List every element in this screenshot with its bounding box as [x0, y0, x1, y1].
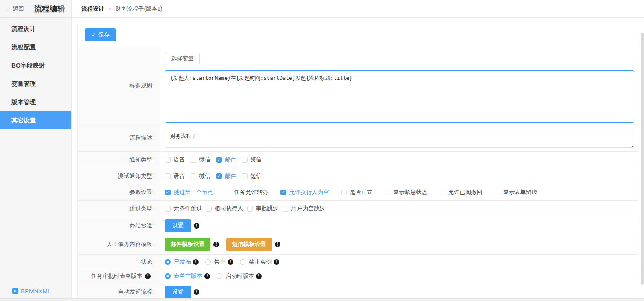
info-badge: !: [194, 223, 199, 229]
save-button[interactable]: ✓ 保存: [85, 28, 116, 41]
checkbox-option[interactable]: 语音: [165, 156, 185, 164]
sidebar-item-变量管理[interactable]: 变量管理: [0, 74, 71, 93]
checkbox-icon[interactable]: [206, 206, 212, 212]
checkbox-icon[interactable]: [165, 173, 171, 179]
checkbox-option[interactable]: ✓允许执行人为空: [280, 189, 329, 196]
checkbox-label: 语音: [173, 156, 185, 164]
checkbox-option[interactable]: 相同执行人: [206, 205, 243, 212]
info-badge: !: [194, 289, 199, 295]
checkbox-icon[interactable]: [165, 157, 171, 163]
checkbox-option[interactable]: 显示紧急状态: [385, 189, 427, 196]
title-rule-textarea[interactable]: {发起人:startorName}在{发起时间:startDate}发起{流程标…: [165, 70, 634, 123]
back-arrow-icon: ←: [5, 6, 11, 12]
checkbox-icon[interactable]: ✓: [165, 190, 171, 195]
checkbox-icon[interactable]: [440, 190, 445, 195]
checkbox-option[interactable]: 用户为空跳过: [283, 205, 325, 212]
status-label: 状态:: [141, 258, 154, 266]
checkbox-option[interactable]: ✓跳过第一个节点: [165, 189, 213, 196]
checkbox-option[interactable]: 允许已阅撤回: [440, 189, 482, 196]
radio-option[interactable]: 已发布!: [165, 258, 199, 266]
radio-option[interactable]: 禁止实例!: [240, 258, 279, 266]
checkbox-icon[interactable]: ✓: [216, 173, 222, 179]
radio-icon[interactable]: [165, 259, 171, 265]
checkbox-icon[interactable]: [341, 190, 347, 195]
checkbox-option[interactable]: ✓邮件: [216, 156, 236, 164]
checkbox-option[interactable]: ✓邮件: [216, 172, 236, 180]
sidebar-item-版本管理[interactable]: 版本管理: [0, 93, 71, 111]
breadcrumb-current: 财务流程子(版本1): [116, 5, 162, 13]
checkbox-icon[interactable]: [226, 190, 231, 195]
radio-label: 已发布: [174, 258, 191, 266]
field-content: 邮件模板设置 ! 短信模板设置 !: [160, 234, 639, 254]
checkbox-label: 微信: [199, 172, 210, 180]
row-status: 状态: 已发布!禁止!禁止实例!: [78, 255, 639, 269]
skip-type-group: 无条件跳过相同执行人审批跳过用户为空跳过: [160, 201, 639, 217]
sidebar-item-其它设置[interactable]: 其它设置: [0, 111, 71, 129]
checkbox-icon[interactable]: ✓: [280, 190, 286, 195]
radio-icon[interactable]: [217, 273, 222, 279]
checkbox-icon[interactable]: [191, 173, 196, 179]
checkbox-icon[interactable]: [242, 157, 248, 163]
breadcrumb: 流程设计 > 财务流程子(版本1): [72, 0, 644, 18]
info-badge: !: [256, 273, 262, 279]
checkbox-option[interactable]: 短信: [242, 172, 262, 180]
auto-start-set-button[interactable]: 设置: [165, 286, 191, 299]
sidebar: ← 返回 流程编辑 流程设计流程配置BO字段映射变量管理版本管理其它设置 B B…: [0, 0, 72, 301]
sms-template-button[interactable]: 短信模板设置: [226, 238, 272, 251]
checkbox-icon[interactable]: [191, 157, 196, 163]
checkbox-option[interactable]: 语音: [165, 172, 185, 180]
radio-icon[interactable]: [240, 259, 245, 265]
choose-variable-button[interactable]: 选择变量: [165, 52, 200, 65]
field-label: 任务审批时表单版本 ! :: [78, 269, 160, 283]
radio-icon[interactable]: [165, 273, 171, 279]
checkbox-option[interactable]: 任务允许转办: [226, 189, 268, 196]
checkbox-icon[interactable]: [385, 190, 390, 195]
checkbox-option[interactable]: 是否正式: [341, 189, 372, 196]
radio-icon[interactable]: [205, 259, 211, 265]
checkbox-label: 相同执行人: [215, 205, 243, 212]
checkbox-icon[interactable]: [165, 206, 171, 212]
sidebar-item-流程设计[interactable]: 流程设计: [0, 20, 71, 38]
sidebar-item-流程配置[interactable]: 流程配置: [0, 38, 71, 56]
bpmnxml-link[interactable]: B BPMNXML: [12, 288, 51, 294]
horizontal-scrollbar-track[interactable]: [0, 298, 644, 301]
sidebar-item-BO字段映射[interactable]: BO字段映射: [0, 56, 71, 74]
save-label: 保存: [98, 31, 110, 39]
checkbox-icon[interactable]: [242, 173, 248, 179]
settings-card: ✓ 保存 标题规则: 选择变量 {发起人:s: [77, 23, 639, 301]
info-badge: !: [193, 259, 199, 265]
header-divider: [29, 5, 29, 13]
param-settings-label: 参数设置:: [129, 189, 154, 196]
email-template-button[interactable]: 邮件模板设置: [165, 238, 210, 251]
checkbox-option[interactable]: 审批跳过: [247, 205, 278, 212]
back-button[interactable]: ← 返回: [5, 5, 24, 13]
checkbox-option[interactable]: 无条件跳过: [165, 205, 202, 212]
checkbox-icon[interactable]: [495, 190, 500, 195]
checkbox-icon[interactable]: [283, 206, 288, 212]
radio-option[interactable]: 禁止!: [205, 258, 233, 266]
field-content: 设置 !: [160, 217, 639, 234]
checkbox-label: 允许已阅撤回: [448, 189, 482, 196]
checkbox-option[interactable]: 显示表单留痕: [495, 189, 537, 196]
back-label: 返回: [13, 5, 24, 13]
row-finish-cc: 办结抄送: 设置 !: [78, 217, 639, 234]
checkbox-option[interactable]: 短信: [242, 156, 262, 164]
checkbox-label: 无条件跳过: [173, 205, 202, 212]
checkbox-option[interactable]: 微信: [191, 156, 210, 164]
field-content: 选择变量 {发起人:startorName}在{发起时间:startDate}发…: [160, 47, 639, 124]
checkbox-option[interactable]: 微信: [191, 172, 210, 180]
radio-option[interactable]: 表单主版本!: [165, 273, 210, 280]
checkbox-icon[interactable]: ✓: [216, 157, 222, 163]
title-rule-label: 标题规则:: [129, 82, 154, 89]
vertical-scrollbar[interactable]: [641, 33, 644, 285]
notify-type-group: 语音微信✓邮件短信: [160, 152, 639, 168]
checkbox-label: 语音: [173, 172, 185, 180]
test-notify-type-label: 测试通知类型:: [118, 172, 154, 180]
page-title: 流程编辑: [34, 4, 65, 14]
breadcrumb-section[interactable]: 流程设计: [81, 5, 104, 13]
finish-cc-set-button[interactable]: 设置: [165, 219, 191, 232]
field-label: 测试通知类型:: [78, 168, 160, 184]
checkbox-icon[interactable]: [247, 206, 253, 212]
radio-option[interactable]: 启动时版本!: [217, 273, 262, 280]
description-textarea[interactable]: 财务流程子: [165, 129, 634, 148]
